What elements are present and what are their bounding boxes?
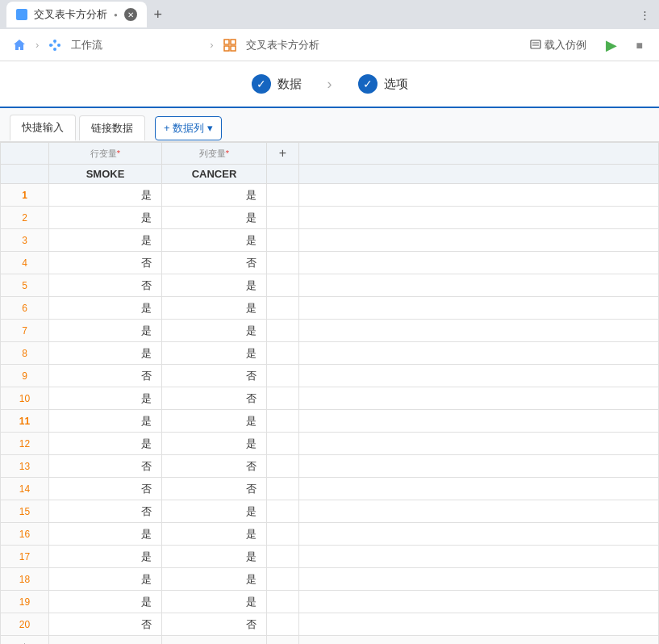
cancer-value[interactable]: 否 bbox=[162, 252, 267, 274]
cancer-value[interactable]: 是 bbox=[162, 184, 267, 207]
cancer-value[interactable]: 是 bbox=[162, 320, 267, 342]
svg-point-0 bbox=[49, 44, 52, 47]
row-number: 6 bbox=[1, 297, 49, 320]
table-row: 11是是 bbox=[1, 410, 659, 433]
smoke-value[interactable]: 是 bbox=[49, 229, 162, 252]
data-tabs: 快捷输入 链接数据 + 数据列 ▾ bbox=[0, 108, 659, 142]
th-plus[interactable]: + bbox=[267, 143, 299, 165]
th-plus2 bbox=[267, 165, 299, 184]
cancer-value[interactable]: 否 bbox=[162, 478, 267, 500]
home-btn[interactable] bbox=[10, 36, 29, 55]
table-container[interactable]: 行变量* 列变量* + SMOKE CANCER bbox=[0, 142, 659, 644]
row-number: 2 bbox=[1, 207, 49, 229]
link-data-tab[interactable]: 链接数据 bbox=[79, 115, 145, 140]
cancer-value[interactable]: 是 bbox=[162, 297, 267, 320]
table-row: 19是是 bbox=[1, 591, 659, 613]
smoke-value[interactable]: 是 bbox=[49, 433, 162, 455]
plus-cell bbox=[267, 568, 299, 591]
table-row: 20否否 bbox=[1, 613, 659, 636]
toolbar-actions: 载入仿例 ▶ ■ bbox=[523, 33, 649, 57]
smoke-value[interactable]: 是 bbox=[49, 297, 162, 320]
step-options-label: 选项 bbox=[384, 77, 408, 92]
cancer-value[interactable]: 否 bbox=[162, 613, 267, 636]
row-number: 19 bbox=[1, 591, 49, 613]
cancer-value[interactable]: 是 bbox=[162, 433, 267, 455]
play-btn[interactable]: ▶ bbox=[599, 33, 624, 57]
new-tab-btn[interactable]: + bbox=[147, 3, 169, 26]
table-row: 13否否 bbox=[1, 455, 659, 478]
cancer-value[interactable]: 是 bbox=[162, 207, 267, 229]
row-number: 4 bbox=[1, 252, 49, 274]
breadcrumb-sep2: › bbox=[210, 39, 213, 51]
cancer-value[interactable]: 是 bbox=[162, 342, 267, 365]
row-number: 5 bbox=[1, 274, 49, 297]
row-number: 14 bbox=[1, 478, 49, 500]
smoke-value[interactable]: 是 bbox=[49, 591, 162, 613]
smoke-value[interactable]: 是 bbox=[49, 184, 162, 207]
cancer-value[interactable]: 是 bbox=[162, 523, 267, 546]
svg-rect-6 bbox=[224, 40, 229, 44]
smoke-value[interactable]: 否 bbox=[49, 274, 162, 297]
footer-empty bbox=[267, 636, 299, 645]
smoke-value[interactable]: 是 bbox=[49, 320, 162, 342]
th-smoke: SMOKE bbox=[49, 165, 162, 184]
header-row-name: SMOKE CANCER bbox=[1, 165, 659, 184]
rest-cell bbox=[299, 546, 659, 568]
rest-cell bbox=[299, 342, 659, 365]
svg-rect-9 bbox=[231, 46, 236, 51]
load-example-btn[interactable]: 载入仿例 bbox=[523, 35, 593, 56]
smoke-value[interactable]: 否 bbox=[49, 478, 162, 500]
smoke-value[interactable]: 否 bbox=[49, 365, 162, 387]
rest-cell bbox=[299, 297, 659, 320]
cancer-value[interactable]: 是 bbox=[162, 274, 267, 297]
tab-close-btn[interactable]: ✕ bbox=[124, 8, 137, 21]
plus-cell bbox=[267, 455, 299, 478]
cancer-value[interactable]: 是 bbox=[162, 500, 267, 523]
step-options: ✓ 选项 bbox=[358, 74, 408, 94]
plus-cell bbox=[267, 320, 299, 342]
smoke-value[interactable]: 是 bbox=[49, 568, 162, 591]
stop-btn[interactable]: ■ bbox=[630, 36, 649, 55]
cancer-value[interactable]: 否 bbox=[162, 365, 267, 387]
row-number: 12 bbox=[1, 433, 49, 455]
cancer-value[interactable]: 是 bbox=[162, 591, 267, 613]
cancer-value[interactable]: 否 bbox=[162, 455, 267, 478]
table-row: 9否否 bbox=[1, 365, 659, 387]
cancer-value[interactable]: 是 bbox=[162, 410, 267, 433]
rest-cell bbox=[299, 568, 659, 591]
cancer-value[interactable]: 是 bbox=[162, 229, 267, 252]
analysis-icon bbox=[220, 36, 240, 55]
smoke-value[interactable]: 是 bbox=[49, 207, 162, 229]
svg-point-3 bbox=[53, 48, 56, 51]
cancer-value[interactable]: 否 bbox=[162, 387, 267, 410]
smoke-value[interactable]: 否 bbox=[49, 252, 162, 274]
smoke-value[interactable]: 是 bbox=[49, 410, 162, 433]
rest-cell bbox=[299, 591, 659, 613]
rest-cell bbox=[299, 478, 659, 500]
table-body: 1是是2是是3是是4否否5否是6是是7是是8是是9否否10是否11是是12是是1… bbox=[1, 184, 659, 645]
table-row: 3是是 bbox=[1, 229, 659, 252]
smoke-value[interactable]: 否 bbox=[49, 500, 162, 523]
rest-cell bbox=[299, 523, 659, 546]
smoke-value[interactable]: 是 bbox=[49, 546, 162, 568]
plus-cell bbox=[267, 274, 299, 297]
table-row: 7是是 bbox=[1, 320, 659, 342]
plus-cell bbox=[267, 365, 299, 387]
th-col-var: 列变量* bbox=[162, 143, 267, 165]
row-number: 3 bbox=[1, 229, 49, 252]
quick-input-tab[interactable]: 快捷输入 bbox=[10, 115, 76, 141]
data-table: 行变量* 列变量* + SMOKE CANCER bbox=[0, 142, 659, 644]
add-col-btn[interactable]: + 数据列 ▾ bbox=[155, 116, 222, 140]
cancer-value[interactable]: 是 bbox=[162, 568, 267, 591]
smoke-value[interactable]: 是 bbox=[49, 387, 162, 410]
rest-cell bbox=[299, 274, 659, 297]
rest-cell bbox=[299, 229, 659, 252]
smoke-value[interactable]: 是 bbox=[49, 523, 162, 546]
browser-menu-btn[interactable]: ⋮ bbox=[636, 6, 653, 23]
smoke-value[interactable]: 是 bbox=[49, 342, 162, 365]
smoke-value[interactable]: 否 bbox=[49, 455, 162, 478]
footer-row: * bbox=[1, 636, 659, 645]
active-tab[interactable]: 交叉表卡方分析 ● ✕ bbox=[6, 2, 147, 27]
cancer-value[interactable]: 是 bbox=[162, 546, 267, 568]
smoke-value[interactable]: 否 bbox=[49, 613, 162, 636]
